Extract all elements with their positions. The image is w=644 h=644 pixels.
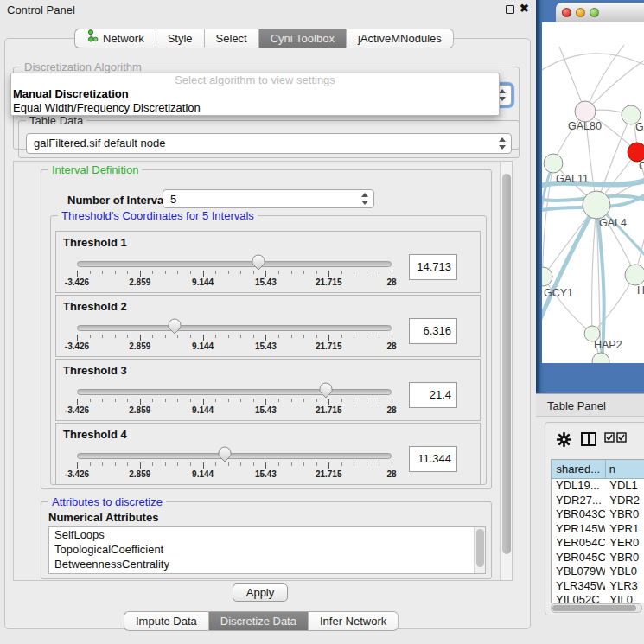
table-row[interactable]: YIL052CYIL0 <box>552 593 644 603</box>
minor-tick <box>90 462 91 466</box>
network-icon <box>86 29 99 48</box>
attribute-list-item[interactable]: TopologicalCoefficient <box>49 542 485 557</box>
tab-select[interactable]: Select <box>205 29 259 48</box>
table-row[interactable]: YDL19...YDL1 <box>552 479 644 494</box>
network-edge[interactable] <box>542 54 644 73</box>
minimize-traffic-icon[interactable] <box>576 8 585 17</box>
close-icon[interactable]: ✖ <box>520 2 529 15</box>
column-header-shared-name[interactable]: shared... <box>552 460 606 479</box>
table-hscrollbar[interactable] <box>551 603 642 613</box>
tab-style[interactable]: Style <box>156 29 205 48</box>
table-header-row: shared...n <box>552 460 644 479</box>
slider-thumb[interactable] <box>252 254 265 271</box>
tick-label: 21.715 <box>316 341 342 351</box>
network-edge[interactable] <box>596 115 631 205</box>
network-node[interactable] <box>542 267 552 286</box>
tab-impute-data[interactable]: Impute Data <box>124 611 209 631</box>
tab-jactivemnodules[interactable]: jActiveMNodules <box>347 29 454 48</box>
minor-tick <box>152 462 153 466</box>
minor-tick <box>102 399 103 402</box>
threshold-value-field[interactable]: 11.344 <box>409 446 457 472</box>
slider-track[interactable] <box>77 453 392 459</box>
scrollbar-thumb[interactable] <box>502 174 511 554</box>
algorithm-options: Manual DiscretizationEqual Width/Frequen… <box>11 87 499 115</box>
network-node[interactable] <box>544 154 563 173</box>
network-canvas[interactable]: GAL80GACGAL11GAL4GCY1HHAP2 <box>542 22 644 363</box>
list-scrollbar[interactable] <box>474 527 485 573</box>
network-edge[interactable] <box>592 205 596 334</box>
table-data-select[interactable]: galFiltered.sif default node <box>26 133 512 154</box>
tick-label: 2.859 <box>129 405 150 415</box>
network-node[interactable] <box>575 101 596 122</box>
minor-tick <box>228 399 229 402</box>
split-columns-icon[interactable] <box>581 432 596 446</box>
network-node[interactable] <box>592 353 609 363</box>
network-window-titlebar[interactable] <box>556 3 644 22</box>
column-header-name[interactable]: n <box>606 460 644 479</box>
network-node-label: GA <box>635 121 644 133</box>
tick-label: -3.426 <box>65 341 89 351</box>
network-edge[interactable] <box>585 59 644 112</box>
tab-cyni-toolbox[interactable]: Cyni Toolbox <box>259 29 347 48</box>
gear-icon[interactable] <box>557 432 571 447</box>
minor-tick <box>177 462 178 466</box>
algorithm-option[interactable]: Equal Width/Frequency Discretization <box>11 101 499 115</box>
minor-tick <box>228 271 229 274</box>
close-traffic-icon[interactable] <box>562 8 571 17</box>
threshold-value-field[interactable]: 6.316 <box>409 318 457 344</box>
table-row[interactable]: YBR045CYBR0 <box>552 551 644 565</box>
slider-track[interactable] <box>77 261 392 267</box>
checkboxes-icon[interactable] <box>604 432 627 443</box>
zoom-traffic-icon[interactable] <box>590 8 599 17</box>
minor-tick <box>228 462 229 466</box>
minor-tick <box>115 462 116 466</box>
table-row[interactable]: YLR345WYLR3 <box>552 579 644 594</box>
network-node[interactable] <box>625 265 644 285</box>
table-row[interactable]: YBR043CYBR0 <box>552 507 644 522</box>
node-table[interactable]: shared...nYDL19...YDL1YDR27...YDR2YBR043… <box>551 459 644 603</box>
tab-network[interactable]: Network <box>74 29 156 48</box>
major-tick <box>328 271 329 277</box>
slider-thumb[interactable] <box>218 446 232 462</box>
settings-scrollbar[interactable] <box>500 162 512 580</box>
minor-tick <box>316 399 317 402</box>
number-of-intervals-select[interactable]: 5 <box>163 189 374 208</box>
slider-track[interactable] <box>77 325 392 331</box>
network-node-label: GAL4 <box>599 217 627 229</box>
network-node-label: GAL80 <box>568 120 602 132</box>
threshold-value-field[interactable]: 21.4 <box>409 382 457 408</box>
threshold-value-field[interactable]: 14.713 <box>409 254 457 280</box>
threshold-slider-1[interactable]: -3.4262.8599.14415.4321.71528 <box>77 254 392 292</box>
threshold-slider-3[interactable]: -3.4262.8599.14415.4321.71528 <box>77 382 392 420</box>
network-node[interactable] <box>583 191 610 219</box>
chevron-updown-icon <box>499 89 507 101</box>
table-row[interactable]: YBL079WYBL0 <box>552 564 644 579</box>
float-window-icon[interactable] <box>506 5 514 14</box>
network-edge[interactable] <box>585 45 624 112</box>
threshold-label: Threshold 2 <box>63 300 127 313</box>
numerical-attributes-list[interactable]: SelfLoopsTopologicalCoefficientBetweenne… <box>48 526 486 574</box>
slider-thumb[interactable] <box>168 318 182 335</box>
network-node-label: C <box>639 160 644 172</box>
tab-infer-network[interactable]: Infer Network <box>309 611 399 631</box>
slider-track[interactable] <box>77 389 392 395</box>
minor-tick <box>379 462 379 466</box>
table-row[interactable]: YDR27...YDR2 <box>552 494 644 508</box>
minor-tick <box>215 462 216 466</box>
attribute-list-item[interactable]: BetweennessCentrality <box>49 557 485 571</box>
attribute-list-item[interactable]: SelfLoops <box>49 527 485 542</box>
table-row[interactable]: YER054CYER0 <box>552 536 644 551</box>
tab-discretize-data[interactable]: Discretize Data <box>209 611 309 631</box>
network-edge-thick[interactable] <box>542 205 596 327</box>
table-row[interactable]: YPR145WYPR1 <box>552 522 644 537</box>
threshold-slider-4[interactable]: -3.4262.8599.14415.4321.71528 <box>77 446 392 484</box>
minor-tick <box>341 335 342 338</box>
control-panel: Control Panel ✖ NetworkStyleSelectCyni T… <box>0 0 536 644</box>
threshold-slider-2[interactable]: -3.4262.8599.14415.4321.71528 <box>77 318 392 356</box>
bottom-tabbar: Impute DataDiscretize DataInfer Network <box>124 611 399 630</box>
network-node[interactable] <box>628 143 644 162</box>
slider-thumb[interactable] <box>319 382 333 399</box>
network-edge[interactable] <box>543 277 592 334</box>
apply-button[interactable]: Apply <box>233 583 288 602</box>
algorithm-option[interactable]: Manual Discretization <box>11 87 499 101</box>
